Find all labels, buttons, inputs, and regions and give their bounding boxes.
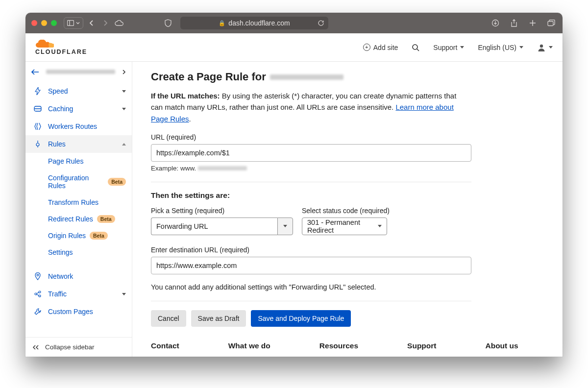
sidebar-item-configuration-rules[interactable]: Configuration RulesBeta — [25, 170, 132, 194]
collapse-sidebar-button[interactable]: Collapse sidebar — [25, 337, 132, 357]
window-controls[interactable] — [31, 20, 57, 26]
sidebar: Speed Caching Workers Routes Rules — [25, 62, 132, 357]
sidebar-item-custom-pages[interactable]: Custom Pages — [25, 303, 132, 320]
language-menu[interactable]: English (US) — [478, 44, 523, 51]
destination-url-input[interactable] — [151, 257, 471, 274]
share-nodes-icon — [33, 291, 42, 297]
select-dropdown-button[interactable] — [277, 218, 293, 235]
sidebar-toggle[interactable] — [64, 17, 83, 29]
sidebar-item-redirect-rules[interactable]: Redirect RulesBeta — [25, 211, 132, 227]
main-content: Create a Page Rule for If the URL matche… — [132, 62, 563, 357]
browser-toolbar: 🔒 dash.cloudflare.com — [25, 13, 563, 33]
wrench-icon — [33, 308, 42, 315]
footer-resources[interactable]: Resources — [319, 341, 358, 350]
tab-overview-button[interactable] — [546, 18, 557, 28]
svg-point-4 — [413, 45, 417, 49]
url-input[interactable] — [151, 144, 471, 162]
sidebar-item-label: Custom Pages — [48, 308, 93, 315]
account-menu[interactable] — [537, 43, 553, 52]
browser-window: 🔒 dash.cloudflare.com — [25, 13, 563, 357]
site-name-redacted — [46, 70, 115, 74]
footer-contact[interactable]: Contact — [151, 341, 179, 350]
sidebar-item-rules-settings[interactable]: Settings — [25, 244, 132, 261]
footer-what-we-do[interactable]: What we do — [228, 341, 270, 350]
close-window-icon[interactable] — [31, 20, 37, 26]
search-button[interactable] — [412, 44, 419, 51]
lock-icon: 🔒 — [219, 20, 225, 26]
cloudflare-logo[interactable]: CLOUDFLARE — [35, 40, 87, 55]
status-code-select[interactable]: 301 - Permanent Redirect — [302, 218, 387, 235]
fullscreen-window-icon[interactable] — [51, 20, 57, 26]
page-title: Create a Page Rule for — [151, 71, 544, 83]
sidebar-item-label: Speed — [48, 87, 68, 95]
sidebar-item-label: Settings — [48, 248, 73, 256]
sidebar-item-rules[interactable]: Rules — [25, 135, 132, 153]
share-button[interactable] — [509, 18, 519, 28]
plus-circle-icon: + — [363, 44, 370, 51]
refresh-button[interactable] — [318, 20, 324, 26]
app-header: CLOUDFLARE + Add site Support English (U… — [25, 33, 563, 62]
caret-down-icon — [549, 46, 553, 48]
cancel-button[interactable]: Cancel — [151, 310, 186, 327]
caret-down-icon — [122, 108, 126, 110]
then-settings-header: Then the settings are: — [151, 191, 544, 200]
sidebar-item-label: Origin Rules — [48, 232, 86, 240]
save-deploy-button[interactable]: Save and Deploy Page Rule — [251, 310, 351, 327]
sidebar-site-selector[interactable] — [25, 62, 132, 82]
svg-point-10 — [35, 293, 37, 295]
pick-setting-select[interactable]: Forwarding URL — [151, 218, 293, 235]
chevron-down-icon — [76, 21, 80, 25]
minimize-window-icon[interactable] — [41, 20, 47, 26]
sidebar-item-label: Rules — [48, 140, 66, 148]
sidebar-item-page-rules[interactable]: Page Rules — [25, 153, 132, 170]
sidebar-item-label: Caching — [48, 105, 73, 113]
sidebar-item-speed[interactable]: Speed — [25, 82, 132, 100]
sidebar-item-transform-rules[interactable]: Transform Rules — [25, 194, 132, 211]
svg-point-6 — [540, 44, 543, 47]
rules-submenu: Page Rules Configuration RulesBeta Trans… — [25, 153, 132, 261]
sidebar-item-caching[interactable]: Caching — [25, 100, 132, 118]
sidebar-item-workers-routes[interactable]: Workers Routes — [25, 118, 132, 135]
footer-support[interactable]: Support — [407, 341, 436, 350]
download-icon — [491, 19, 499, 27]
caret-down-icon — [122, 90, 126, 93]
user-icon — [537, 43, 546, 52]
add-site-button[interactable]: + Add site — [363, 44, 398, 51]
cloud-icon — [115, 20, 123, 26]
beta-badge: Beta — [108, 178, 126, 186]
back-button[interactable] — [86, 18, 97, 28]
svg-rect-0 — [68, 21, 74, 26]
footer: Contact What we do Resources Support Abo… — [151, 341, 544, 350]
privacy-report-button[interactable] — [163, 18, 173, 28]
chevron-right-icon — [122, 69, 126, 75]
sidebar-item-traffic[interactable]: Traffic — [25, 285, 132, 303]
logo-text: CLOUDFLARE — [35, 48, 87, 55]
rules-icon — [33, 140, 42, 148]
search-icon — [412, 44, 419, 51]
language-label: English (US) — [478, 44, 516, 51]
url-field-label: URL (required) — [151, 133, 544, 141]
sidebar-item-origin-rules[interactable]: Origin RulesBeta — [25, 227, 132, 244]
support-menu[interactable]: Support — [433, 44, 464, 51]
support-label: Support — [433, 44, 457, 51]
divider — [151, 301, 471, 301]
svg-rect-3 — [548, 22, 553, 26]
status-code-value: 301 - Permanent Redirect — [307, 218, 378, 234]
footer-about[interactable]: About us — [485, 341, 518, 350]
downloads-button[interactable] — [490, 18, 501, 28]
chevrons-left-icon — [32, 344, 39, 350]
forward-button[interactable] — [100, 18, 111, 28]
sidebar-nav: Speed Caching Workers Routes Rules — [25, 82, 132, 337]
example-prefix: Example: www. — [151, 165, 196, 172]
new-tab-button[interactable] — [527, 18, 538, 28]
app-body: Speed Caching Workers Routes Rules — [25, 62, 563, 357]
save-draft-button[interactable]: Save as Draft — [191, 310, 246, 327]
sidebar-item-label: Traffic — [48, 290, 67, 298]
chevron-right-icon — [102, 20, 108, 26]
svg-point-9 — [37, 274, 39, 276]
beta-badge: Beta — [90, 232, 108, 240]
drive-icon — [33, 106, 42, 112]
address-bar[interactable]: 🔒 dash.cloudflare.com — [180, 17, 328, 29]
sidebar-item-network[interactable]: Network — [25, 267, 132, 285]
icloud-tabs-button[interactable] — [114, 18, 124, 28]
